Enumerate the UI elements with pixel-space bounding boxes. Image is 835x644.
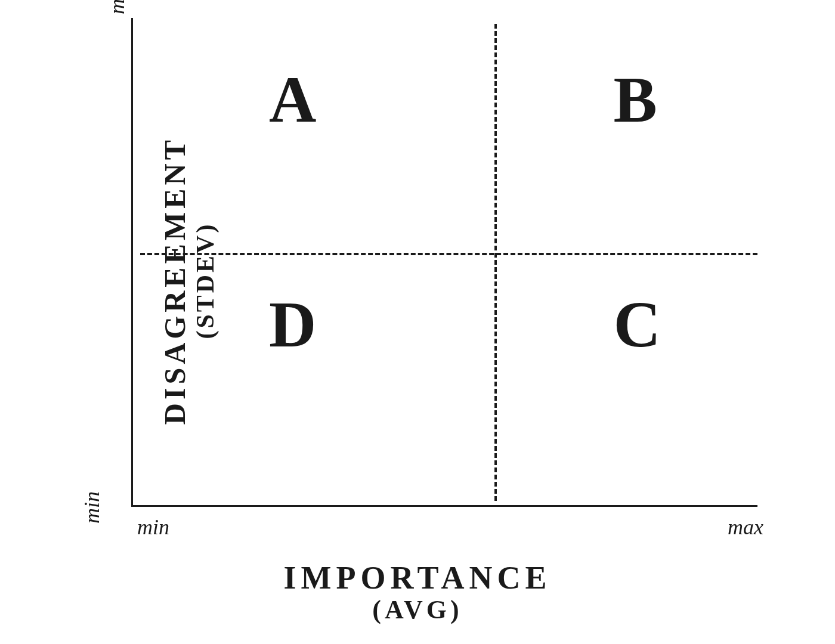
x-axis-title-sub: (AVG)	[0, 596, 835, 624]
y-tick-min: min	[79, 491, 104, 524]
x-axis-title: IMPORTANCE (AVG)	[0, 561, 835, 625]
y-tick-max: max	[104, 0, 129, 14]
horizontal-divider	[140, 253, 757, 255]
vertical-divider	[494, 24, 497, 501]
x-axis-title-main: IMPORTANCE	[0, 561, 835, 596]
quadrant-a-label: A	[269, 67, 316, 132]
quadrant-d-label: D	[269, 292, 316, 357]
quadrant-chart: A B C D max min min max	[131, 18, 757, 507]
x-tick-min: min	[137, 515, 169, 540]
x-tick-max: max	[728, 515, 763, 540]
quadrant-c-label: C	[614, 292, 661, 357]
y-axis-line	[131, 18, 133, 507]
quadrant-b-label: B	[614, 67, 657, 132]
x-axis-line	[131, 505, 757, 507]
